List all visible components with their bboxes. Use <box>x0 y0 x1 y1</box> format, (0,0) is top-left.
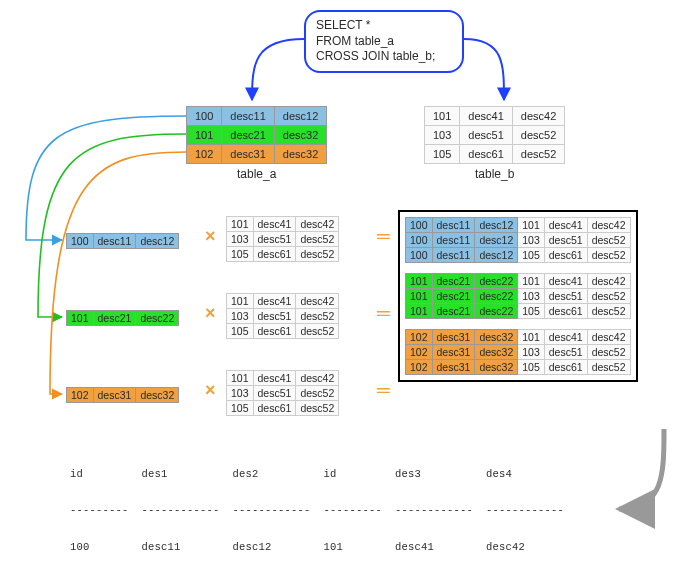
equals-symbol-1: ═ <box>377 226 390 247</box>
mid-table-b-2: 101desc41desc42 103desc51desc52 105desc6… <box>226 293 339 339</box>
result-box: 100desc11desc12101desc41desc42 100desc11… <box>398 210 638 382</box>
sql-line-3: CROSS JOIN table_b; <box>316 49 452 65</box>
mid-table-b-3: 101desc41desc42 103desc51desc52 105desc6… <box>226 370 339 416</box>
arrow-row1-icon <box>26 116 186 240</box>
source-row-3: 102desc31desc32 <box>66 387 179 403</box>
source-row-1: 100desc11desc12 <box>66 233 179 249</box>
equals-symbol-2: ═ <box>377 303 390 324</box>
output-row: 100 desc11 desc12 101 desc41 desc42 <box>70 541 564 553</box>
result-block-1: 100desc11desc12101desc41desc42 100desc11… <box>405 217 631 263</box>
sql-query-box: SELECT * FROM table_a CROSS JOIN table_b… <box>304 10 464 73</box>
arrow-row2-icon <box>38 134 186 317</box>
result-block-2: 101desc21desc22101desc41desc42 101desc21… <box>405 273 631 319</box>
arrow-sql-to-b-icon <box>464 39 504 100</box>
output-sep: --------- ------------ ------------ ----… <box>70 504 564 516</box>
text-output: id des1 des2 id des3 des4 --------- ----… <box>70 444 564 568</box>
mid-table-b-1: 101desc41desc42 103desc51desc52 105desc6… <box>226 216 339 262</box>
result-block-3: 102desc31desc32101desc41desc42 102desc31… <box>405 329 631 375</box>
times-symbol-1: × <box>205 226 216 247</box>
equals-symbol-3: ═ <box>377 380 390 401</box>
table-a-caption: table_a <box>186 164 327 181</box>
table-b: 101desc41desc42 103desc51desc52 105desc6… <box>424 106 565 181</box>
table-b-caption: table_b <box>424 164 565 181</box>
arrow-row3-icon <box>50 152 186 394</box>
output-header: id des1 des2 id des3 des4 <box>70 468 564 480</box>
arrow-result-to-output-icon <box>619 429 664 509</box>
times-symbol-2: × <box>205 303 216 324</box>
sql-line-2: FROM table_a <box>316 34 452 50</box>
times-symbol-3: × <box>205 380 216 401</box>
sql-line-1: SELECT * <box>316 18 452 34</box>
arrow-sql-to-a-icon <box>252 39 304 100</box>
table-a: 100desc11desc12 101desc21desc32 102desc3… <box>186 106 327 181</box>
source-row-2: 101desc21desc22 <box>66 310 179 326</box>
